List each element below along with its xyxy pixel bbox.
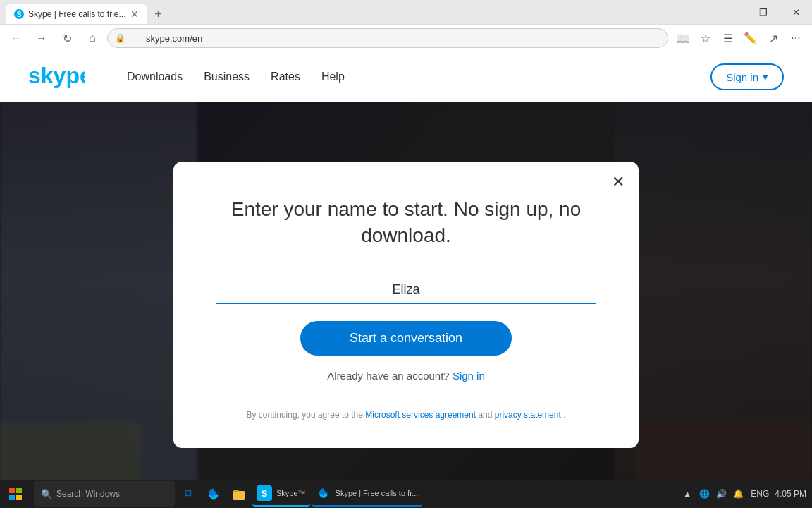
taskbar-browser-skype[interactable]: Skype | Free calls to fr...	[312, 481, 423, 507]
signin-button[interactable]: Sign in ▾	[710, 64, 784, 90]
favorites-icon[interactable]: ☆	[695, 28, 716, 49]
address-input[interactable]: 🔒 skype.com/en	[107, 28, 668, 48]
nav-rates[interactable]: Rates	[271, 71, 300, 83]
skype-desktop-icon: S	[257, 485, 272, 501]
taskbar: 🔍 Search Windows ⧉ S Skype™	[0, 480, 812, 508]
svg-text:skype: skype	[28, 64, 85, 88]
nav-links: Downloads Business Rates Help	[127, 71, 710, 83]
address-bar: ← → ↻ ⌂ 🔒 skype.com/en 📖 ☆ ☰ ✏️ ↗ ···	[0, 24, 812, 52]
home-button[interactable]: ⌂	[82, 28, 103, 49]
browser-skype-label: Skype | Free calls to fr...	[336, 489, 419, 497]
tray-notification-icon[interactable]: 🔔	[731, 487, 745, 501]
tray-time[interactable]: 4:05 PM	[775, 489, 806, 499]
nav-business[interactable]: Business	[204, 71, 250, 83]
modal-title: Enter your name to start. No sign up, no…	[216, 197, 596, 248]
taskbar-skype-desktop[interactable]: S Skype™	[252, 481, 310, 507]
signin-link[interactable]: Sign in	[453, 370, 485, 382]
tray-network-icon[interactable]: 🌐	[697, 487, 711, 501]
browser-skype-icon	[316, 485, 331, 501]
url-text: skype.com/en	[146, 33, 202, 44]
more-icon[interactable]: ···	[785, 28, 806, 49]
tray-speaker-icon[interactable]: 🔊	[714, 487, 728, 501]
tab-close-button[interactable]: ✕	[130, 8, 139, 20]
modal-close-button[interactable]: ✕	[612, 173, 625, 191]
restore-button[interactable]: ❐	[747, 0, 780, 24]
page-background: skype Downloads Business Rates Help Sign…	[0, 52, 812, 508]
svg-rect-1	[9, 488, 15, 493]
taskbar-edge[interactable]	[202, 481, 226, 507]
svg-rect-6	[233, 490, 239, 492]
new-tab-button[interactable]: +	[149, 4, 168, 24]
tray-language[interactable]: ENG	[748, 489, 772, 499]
privacy-statement-link[interactable]: privacy statement	[495, 410, 561, 420]
taskbar-task-view[interactable]: ⧉	[176, 481, 200, 507]
start-button[interactable]	[0, 480, 31, 508]
refresh-button[interactable]: ↻	[56, 28, 78, 49]
tab-title: Skype | Free calls to frie...	[28, 9, 126, 19]
minimize-button[interactable]: —	[715, 0, 747, 24]
already-account-text: Already have an account? Sign in	[216, 370, 596, 382]
search-label: Search Windows	[56, 489, 120, 499]
signin-label: Sign in	[726, 71, 758, 83]
nav-downloads[interactable]: Downloads	[127, 71, 183, 83]
tab-favicon: S	[14, 9, 24, 19]
tray-up-arrow[interactable]: ▲	[680, 487, 694, 501]
tab-row: S Skype | Free calls to frie... ✕ + — ❐ …	[0, 0, 812, 24]
skype-logo[interactable]: skype	[28, 64, 85, 91]
footer-period: .	[563, 410, 565, 420]
footer-and: and	[478, 410, 494, 420]
footer-text: By continuing, you agree to the Microsof…	[216, 410, 596, 420]
forward-button[interactable]: →	[31, 28, 52, 49]
modal-overlay: ✕ Enter your name to start. No sign up, …	[0, 102, 812, 508]
edge-icon	[206, 486, 221, 502]
taskbar-items: 🔍 Search Windows ⧉ S Skype™	[31, 481, 675, 507]
file-explorer-icon	[231, 486, 247, 502]
task-view-icon: ⧉	[180, 486, 196, 502]
footer-prefix: By continuing, you agree to the	[247, 410, 363, 420]
reading-view-icon[interactable]: 📖	[672, 28, 694, 49]
svg-rect-3	[9, 495, 15, 500]
browser-chrome: S Skype | Free calls to frie... ✕ + — ❐ …	[0, 0, 812, 52]
microsoft-services-link[interactable]: Microsoft services agreement	[365, 410, 476, 420]
active-tab[interactable]: S Skype | Free calls to frie... ✕	[6, 4, 147, 24]
skype-desktop-label: Skype™	[276, 489, 306, 497]
svg-rect-2	[16, 488, 22, 493]
hub-icon[interactable]: ☰	[718, 28, 739, 49]
modal-dialog: ✕ Enter your name to start. No sign up, …	[173, 162, 639, 448]
search-icon: 🔍	[41, 489, 52, 500]
lock-icon: 🔒	[115, 33, 125, 43]
taskbar-search[interactable]: 🔍 Search Windows	[34, 481, 175, 507]
already-label: Already have an account?	[327, 370, 449, 382]
svg-rect-4	[16, 495, 22, 500]
taskbar-file-explorer[interactable]	[227, 481, 251, 507]
signin-chevron: ▾	[763, 71, 768, 83]
toolbar-icons: 📖 ☆ ☰ ✏️ ↗ ···	[672, 28, 806, 49]
start-conversation-button[interactable]: Start a conversation	[300, 321, 512, 356]
share-icon[interactable]: ↗	[763, 28, 784, 49]
web-notes-icon[interactable]: ✏️	[740, 28, 761, 49]
skype-navbar: skype Downloads Business Rates Help Sign…	[0, 52, 812, 102]
close-button[interactable]: ✕	[780, 0, 812, 24]
back-button[interactable]: ←	[6, 28, 27, 49]
taskbar-tray: ▲ 🌐 🔊 🔔 ENG 4:05 PM	[675, 487, 812, 501]
nav-help[interactable]: Help	[321, 71, 345, 83]
name-input[interactable]	[216, 277, 596, 304]
